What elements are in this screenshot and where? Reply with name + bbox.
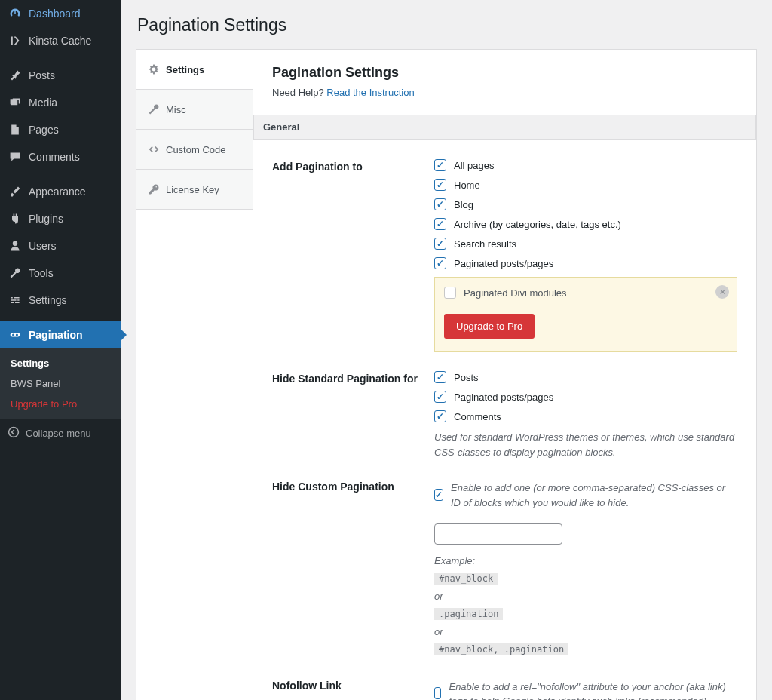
content-title: Pagination Settings xyxy=(272,65,737,81)
option-search-results[interactable]: Search results xyxy=(434,238,737,250)
help-line: Need Help? Read the Instruction xyxy=(272,87,737,98)
plug-icon xyxy=(8,211,23,226)
sidebar-item-label: Users xyxy=(29,240,57,252)
gear-icon xyxy=(148,63,160,75)
custom-css-input[interactable] xyxy=(434,523,562,545)
label-hide-custom: Hide Custom Pagination xyxy=(272,479,434,659)
sidebar-item-label: Media xyxy=(29,97,57,109)
tab-misc[interactable]: Misc xyxy=(136,90,253,130)
pages-icon xyxy=(8,122,23,137)
pin-icon xyxy=(8,68,23,83)
checkbox-icon[interactable] xyxy=(434,198,446,210)
sidebar-item-media[interactable]: Media xyxy=(0,89,121,116)
checkbox-icon[interactable] xyxy=(434,257,446,269)
dismiss-icon[interactable]: ✕ xyxy=(715,285,729,299)
checkbox-label: Paginated posts/pages xyxy=(454,258,553,269)
help-prefix: Need Help? xyxy=(272,87,326,98)
sidebar-item-label: Appearance xyxy=(29,186,86,198)
collapse-icon xyxy=(8,426,20,441)
collapse-label: Collapse menu xyxy=(26,428,91,439)
example-block: Example: #nav_block or .pagination or #n… xyxy=(434,552,737,659)
sidebar-item-settings[interactable]: Settings xyxy=(0,287,121,314)
tab-license-key[interactable]: License Key xyxy=(136,170,253,210)
users-icon xyxy=(8,238,23,253)
checkbox-icon[interactable] xyxy=(434,489,443,501)
svg-point-2 xyxy=(16,333,18,336)
comments-icon xyxy=(8,149,23,164)
main-content: Pagination Settings Settings Misc Custom… xyxy=(121,0,772,700)
option-hide-custom[interactable]: Enable to add one (or more comma-separat… xyxy=(434,479,737,510)
checkbox-label: Enable to add a rel="nofollow" attribute… xyxy=(449,680,737,700)
sidebar-item-kinsta-cache[interactable]: Kinsta Cache xyxy=(0,27,121,54)
kinsta-icon xyxy=(8,33,23,48)
checkbox-icon[interactable] xyxy=(434,371,446,383)
sidebar-item-label: Pagination xyxy=(29,329,83,341)
wrench-icon xyxy=(148,103,160,115)
sidebar-item-label: Settings xyxy=(29,294,67,306)
option-paginated-posts[interactable]: Paginated posts/pages xyxy=(434,257,737,269)
sidebar-item-comments[interactable]: Comments xyxy=(0,143,121,170)
example-label: Example: xyxy=(434,552,737,570)
option-nofollow[interactable]: Enable to add a rel="nofollow" attribute… xyxy=(434,678,737,700)
checkbox-icon[interactable] xyxy=(434,218,446,230)
sidebar-item-appearance[interactable]: Appearance xyxy=(0,178,121,205)
sidebar-item-pages[interactable]: Pages xyxy=(0,116,121,143)
page-title: Pagination Settings xyxy=(137,15,757,35)
svg-point-3 xyxy=(9,428,19,438)
submenu-bws-panel[interactable]: BWS Panel xyxy=(0,373,121,394)
option-blog[interactable]: Blog xyxy=(434,198,737,210)
settings-content: Pagination Settings Need Help? Read the … xyxy=(253,50,756,700)
sidebar-item-posts[interactable]: Posts xyxy=(0,62,121,89)
sidebar-item-tools[interactable]: Tools xyxy=(0,259,121,287)
upgrade-to-pro-button[interactable]: Upgrade to Pro xyxy=(444,314,535,339)
hide-standard-description: Used for standard WordPress themes or th… xyxy=(434,430,737,459)
checkbox-label: Blog xyxy=(454,199,473,210)
media-icon xyxy=(8,95,23,110)
tools-icon xyxy=(8,266,23,281)
collapse-menu[interactable]: Collapse menu xyxy=(0,419,121,448)
label-add-pagination: Add Pagination to xyxy=(272,159,434,352)
section-general: General xyxy=(253,115,756,140)
tab-custom-code[interactable]: Custom Code xyxy=(136,130,253,170)
sidebar-item-users[interactable]: Users xyxy=(0,232,121,259)
checkbox-icon[interactable] xyxy=(434,687,441,699)
sidebar-submenu: Settings BWS Panel Upgrade to Pro xyxy=(0,348,121,419)
sidebar-item-label: Comments xyxy=(29,151,80,163)
sidebar-item-dashboard[interactable]: Dashboard xyxy=(0,0,121,27)
checkbox-label: Home xyxy=(454,180,480,191)
tab-label: License Key xyxy=(166,184,219,195)
pro-feature-box: ✕ Paginated Divi modules Upgrade to Pro xyxy=(434,277,737,352)
pagination-icon xyxy=(8,327,23,342)
option-hide-paginated[interactable]: Paginated posts/pages xyxy=(434,391,737,403)
checkbox-icon[interactable] xyxy=(434,179,446,191)
checkbox-icon[interactable] xyxy=(434,391,446,403)
row-nofollow: Nofollow Link Enable to add a rel="nofol… xyxy=(272,659,737,700)
option-divi-modules: Paginated Divi modules xyxy=(444,287,708,299)
checkbox-label: Posts xyxy=(454,372,479,383)
checkbox-icon[interactable] xyxy=(434,410,446,422)
checkbox-label: Paginated posts/pages xyxy=(454,391,553,403)
settings-icon xyxy=(8,293,23,308)
label-hide-standard: Hide Standard Pagination for xyxy=(272,371,434,459)
sidebar-item-label: Posts xyxy=(29,69,55,81)
svg-rect-0 xyxy=(11,333,20,337)
option-hide-comments[interactable]: Comments xyxy=(434,410,737,422)
submenu-settings[interactable]: Settings xyxy=(0,353,121,373)
option-all-pages[interactable]: All pages xyxy=(434,159,737,171)
sidebar-item-pagination[interactable]: Pagination xyxy=(0,321,121,348)
sidebar-item-plugins[interactable]: Plugins xyxy=(0,205,121,232)
dashboard-icon xyxy=(8,6,23,21)
example-code: #nav_block, .pagination xyxy=(434,643,568,655)
help-link[interactable]: Read the Instruction xyxy=(326,87,414,98)
tab-settings[interactable]: Settings xyxy=(136,50,253,90)
sidebar-item-label: Pages xyxy=(29,124,59,136)
option-hide-posts[interactable]: Posts xyxy=(434,371,737,383)
brush-icon xyxy=(8,184,23,199)
checkbox-icon[interactable] xyxy=(434,238,446,250)
submenu-upgrade[interactable]: Upgrade to Pro xyxy=(0,394,121,414)
checkbox-icon[interactable] xyxy=(434,159,446,171)
sidebar-item-label: Plugins xyxy=(29,213,63,225)
row-add-pagination: Add Pagination to All pages Home Blog Ar… xyxy=(272,140,737,352)
option-archive[interactable]: Archive (by categories, date, tags etc.) xyxy=(434,218,737,230)
option-home[interactable]: Home xyxy=(434,179,737,191)
